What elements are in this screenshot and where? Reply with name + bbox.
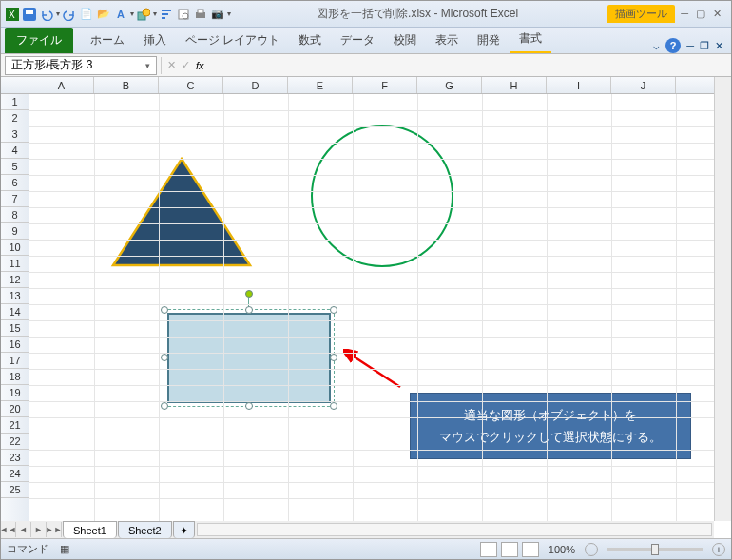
rectangle-shape-selected[interactable] bbox=[167, 313, 331, 403]
col-header[interactable]: A bbox=[29, 77, 94, 93]
new-icon[interactable]: 📄 bbox=[79, 7, 94, 22]
maximize-icon[interactable]: ▢ bbox=[696, 8, 705, 20]
row-header[interactable]: 23 bbox=[1, 450, 29, 466]
rotate-handle[interactable] bbox=[245, 290, 253, 298]
zoom-slider[interactable] bbox=[607, 548, 703, 551]
new-sheet-icon[interactable]: ✦ bbox=[173, 521, 195, 538]
sheet-tab-1[interactable]: Sheet1 bbox=[63, 521, 117, 538]
sheet-nav-last[interactable]: ►► bbox=[47, 522, 62, 537]
row-header[interactable]: 25 bbox=[1, 482, 29, 498]
row-header[interactable]: 12 bbox=[1, 272, 29, 288]
row-header[interactable]: 10 bbox=[1, 240, 29, 256]
row-header[interactable]: 7 bbox=[1, 191, 29, 207]
zoom-in-button[interactable]: + bbox=[712, 543, 725, 556]
col-header[interactable]: J bbox=[611, 77, 676, 93]
row-header[interactable]: 16 bbox=[1, 337, 29, 353]
resize-handle-mr[interactable] bbox=[330, 354, 337, 361]
macro-record-icon[interactable]: ▦ bbox=[60, 543, 69, 555]
qat-a-dropdown[interactable]: ▾ bbox=[130, 10, 134, 18]
shapes-dropdown[interactable]: ▾ bbox=[153, 10, 157, 18]
sheet-tab-2[interactable]: Sheet2 bbox=[118, 521, 172, 538]
row-header[interactable]: 6 bbox=[1, 175, 29, 191]
view-pagelayout-icon[interactable] bbox=[501, 542, 518, 557]
row-header[interactable]: 18 bbox=[1, 369, 29, 385]
sheet-nav-first[interactable]: ◄◄ bbox=[1, 522, 16, 537]
tab-formulas[interactable]: 数式 bbox=[289, 28, 331, 53]
sort-icon[interactable] bbox=[159, 7, 174, 22]
col-header[interactable]: F bbox=[353, 77, 417, 93]
workbook-close-icon[interactable]: ✕ bbox=[715, 40, 723, 52]
row-header[interactable]: 11 bbox=[1, 256, 29, 272]
sheet-nav-next[interactable]: ► bbox=[31, 522, 47, 537]
row-header[interactable]: 19 bbox=[1, 385, 29, 401]
col-header[interactable]: G bbox=[417, 77, 482, 93]
close-icon[interactable]: ✕ bbox=[713, 8, 722, 20]
col-header[interactable]: B bbox=[94, 77, 159, 93]
workbook-minimize-icon[interactable]: ─ bbox=[686, 40, 694, 51]
row-header[interactable]: 24 bbox=[1, 466, 29, 482]
col-header[interactable]: E bbox=[288, 77, 353, 93]
resize-handle-tl[interactable] bbox=[161, 306, 168, 314]
resize-handle-bc[interactable] bbox=[245, 402, 253, 410]
undo-icon[interactable] bbox=[39, 7, 54, 22]
name-box[interactable]: 正方形/長方形 3 ▾ bbox=[5, 56, 157, 75]
minimize-icon[interactable]: ─ bbox=[681, 8, 688, 20]
row-header[interactable]: 3 bbox=[1, 126, 29, 143]
col-header[interactable]: C bbox=[159, 77, 223, 93]
tab-developer[interactable]: 開発 bbox=[468, 28, 510, 53]
cells-viewport[interactable]: 適当な図形（オブジェクト）を マウスでクリックして選択状態にする。 bbox=[29, 94, 714, 521]
undo-dropdown[interactable]: ▾ bbox=[56, 10, 60, 18]
row-header[interactable]: 13 bbox=[1, 288, 29, 304]
resize-handle-br[interactable] bbox=[330, 402, 337, 410]
preview-icon[interactable] bbox=[176, 7, 191, 22]
fx-icon[interactable]: fx bbox=[196, 60, 204, 71]
view-normal-icon[interactable] bbox=[480, 542, 497, 557]
camera-icon[interactable]: 📷 bbox=[210, 7, 225, 22]
row-header[interactable]: 22 bbox=[1, 434, 29, 450]
vertical-scrollbar[interactable] bbox=[714, 77, 731, 521]
col-header[interactable]: H bbox=[482, 77, 547, 93]
circle-shape[interactable] bbox=[311, 125, 453, 267]
zoom-thumb[interactable] bbox=[651, 544, 659, 555]
resize-handle-tc[interactable] bbox=[245, 306, 253, 314]
select-all-button[interactable] bbox=[1, 77, 29, 94]
zoom-level[interactable]: 100% bbox=[549, 544, 575, 555]
resize-handle-bl[interactable] bbox=[161, 402, 168, 410]
enter-icon[interactable]: ✓ bbox=[182, 59, 190, 71]
tab-format[interactable]: 書式 bbox=[510, 26, 551, 53]
col-header[interactable]: D bbox=[223, 77, 288, 93]
formula-input[interactable] bbox=[210, 57, 725, 74]
row-header[interactable]: 17 bbox=[1, 353, 29, 369]
view-pagebreak-icon[interactable] bbox=[522, 542, 539, 557]
tab-home[interactable]: ホーム bbox=[81, 28, 134, 53]
worksheet-grid[interactable]: A B C D E F G H I J 12345678910111213141… bbox=[1, 77, 731, 538]
zoom-out-button[interactable]: − bbox=[585, 543, 598, 556]
row-header[interactable]: 14 bbox=[1, 304, 29, 320]
ribbon-collapse-icon[interactable]: ⌵ bbox=[653, 40, 660, 52]
qat-a-icon[interactable]: A bbox=[113, 7, 128, 22]
help-icon[interactable]: ? bbox=[665, 38, 681, 53]
save-icon[interactable] bbox=[22, 7, 37, 22]
tab-data[interactable]: データ bbox=[331, 28, 384, 53]
row-header[interactable]: 1 bbox=[1, 94, 29, 110]
tab-pagelayout[interactable]: ページ レイアウト bbox=[176, 28, 289, 53]
shapes-icon[interactable] bbox=[136, 7, 151, 22]
tab-review[interactable]: 校閲 bbox=[384, 28, 426, 53]
workbook-restore-icon[interactable]: ❐ bbox=[700, 40, 709, 52]
open-icon[interactable]: 📂 bbox=[96, 7, 111, 22]
col-header[interactable]: I bbox=[547, 77, 611, 93]
sheet-nav-prev[interactable]: ◄ bbox=[16, 522, 31, 537]
name-box-dropdown-icon[interactable]: ▾ bbox=[145, 61, 150, 70]
resize-handle-tr[interactable] bbox=[330, 306, 337, 314]
horizontal-scrollbar[interactable] bbox=[197, 523, 712, 536]
redo-icon[interactable] bbox=[62, 7, 77, 22]
row-header[interactable]: 20 bbox=[1, 401, 29, 417]
row-header[interactable]: 2 bbox=[1, 110, 29, 126]
row-header[interactable]: 8 bbox=[1, 207, 29, 223]
row-header[interactable]: 9 bbox=[1, 223, 29, 240]
tab-view[interactable]: 表示 bbox=[426, 28, 468, 53]
tab-file[interactable]: ファイル bbox=[5, 28, 73, 53]
tab-insert[interactable]: 挿入 bbox=[134, 28, 176, 53]
cancel-icon[interactable]: ✕ bbox=[167, 59, 176, 71]
row-header[interactable]: 15 bbox=[1, 320, 29, 337]
